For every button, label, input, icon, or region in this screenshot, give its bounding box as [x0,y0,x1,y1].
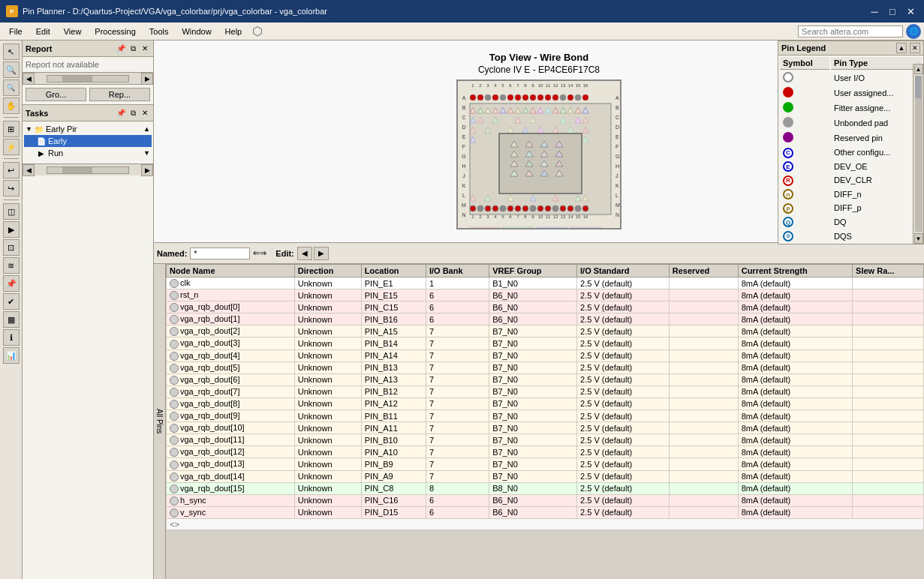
tasks-scroll-thumb[interactable] [62,167,92,173]
table-row[interactable]: vga_rqb_dout[14] Unknown PIN_A9 7 B7_N0 … [167,470,924,482]
col-reserved[interactable]: Reserved [669,265,738,278]
table-row[interactable]: h_sync Unknown PIN_C16 6 B6_N0 2.5 V (de… [167,494,924,506]
table-row[interactable]: vga_rqb_dout[1] Unknown PIN_B16 6 B6_N0 … [167,314,924,326]
legend-scroll-down[interactable]: ▼ [914,233,923,244]
minimize-button[interactable]: ─ [867,4,882,19]
legend-close-btn[interactable]: ✕ [910,43,920,53]
col-vref-group[interactable]: VREF Group [489,265,577,278]
legend-scroll-up[interactable]: ▲ [914,64,923,74]
col-io-standard[interactable]: I/O Standard [577,265,670,278]
toolbar-redo-btn[interactable]: ↪ [3,180,20,196]
table-row[interactable]: vga_rqb_dout[11] Unknown PIN_B10 7 B7_N0… [167,434,924,446]
maximize-button[interactable]: □ [885,4,900,19]
table-row[interactable]: rst_n Unknown PIN_E15 6 B6_N0 2.5 V (def… [167,290,924,302]
legend-scroll-track[interactable] [915,76,922,232]
table-row[interactable]: vga_rqb_dout[10] Unknown PIN_A11 7 B7_N0… [167,422,924,434]
col-node-name[interactable]: Node Name [167,265,295,278]
table-row[interactable]: v_sync Unknown PIN_D15 6 B6_N0 2.5 V (de… [167,506,924,518]
table-row[interactable]: vga_rqb_dout[9] Unknown PIN_B11 7 B7_N0 … [167,410,924,422]
col-location[interactable]: Location [361,265,426,278]
toolbar-zoom-in-btn[interactable]: 🔍 [3,62,20,78]
task-run[interactable]: ▶ Run ▼ [24,147,152,159]
scroll-right-arrow[interactable]: ▶ [141,73,153,85]
toolbar-zoom-out-btn[interactable]: 🔍 [3,80,20,96]
nav-back-btn[interactable]: ◀ [297,247,312,260]
tasks-close-btn[interactable]: ✕ [140,108,150,118]
table-row[interactable]: vga_rqb_dout[6] Unknown PIN_A13 7 B7_N0 … [167,374,924,386]
cell-slew [853,506,924,518]
tasks-scroll-track[interactable] [47,166,129,174]
table-row[interactable]: vga_rqb_dout[0] Unknown PIN_C15 6 B6_N0 … [167,302,924,314]
table-row[interactable]: clk Unknown PIN_E1 1 B1_N0 2.5 V (defaul… [167,278,924,290]
col-current-strength[interactable]: Current Strength [738,265,852,278]
menu-processing[interactable]: Processing [89,23,141,40]
toolbar-layers-btn[interactable]: ◫ [3,203,20,220]
table-row[interactable]: vga_rqb_dout[7] Unknown PIN_B12 7 B7_N0 … [167,386,924,398]
col-io-bank[interactable]: I/O Bank [426,265,489,278]
tasks-scroll-left[interactable]: ◀ [23,164,35,176]
table-row[interactable]: vga_rqb_dout[8] Unknown PIN_A12 7 B7_N0 … [167,398,924,410]
report-scrollbar[interactable]: ◀ ▶ [23,72,153,84]
report-pin-btn[interactable]: 📌 [116,44,126,54]
chip-diagram[interactable]: 123 456 789 101112 13141516 ABC DEF GHJ … [456,80,622,230]
table-row[interactable]: vga_rqb_dout[2] Unknown PIN_A15 7 B7_N0 … [167,326,924,338]
rep-button[interactable]: Rep... [89,88,150,101]
toolbar-assign-btn[interactable]: 📌 [3,275,20,292]
cell-vref: B7_N0 [489,386,577,398]
new-node-cell[interactable]: <> [167,518,924,530]
toolbar-hand-btn[interactable]: ✋ [3,98,20,114]
scroll-thumb[interactable] [62,76,92,82]
tasks-float-btn[interactable]: ⧉ [128,108,138,118]
toolbar-check-btn[interactable]: ✔ [3,293,20,310]
table-row[interactable]: vga_rqb_dout[5] Unknown PIN_B13 7 B7_N0 … [167,362,924,374]
toolbar-cursor-btn[interactable]: ↖ [3,44,20,60]
tasks-pin-btn[interactable]: 📌 [116,108,126,118]
globe-icon[interactable]: 🌐 [906,24,921,39]
table-row[interactable]: vga_rqb_dout[3] Unknown PIN_B14 7 B7_N0 … [167,338,924,350]
named-input[interactable] [190,248,250,260]
cell-direction: Unknown [294,278,361,290]
col-direction[interactable]: Direction [294,265,361,278]
pin-table-wrapper[interactable]: Node Name Direction Location I/O Bank VR… [166,264,924,579]
report-close-btn[interactable]: ✕ [140,44,150,54]
cell-location: PIN_A12 [361,398,426,410]
all-pins-tab[interactable]: All Pins [154,264,166,579]
toolbar-net-btn[interactable]: ⚡ [3,139,20,155]
legend-up-btn[interactable]: ▲ [896,43,907,53]
menu-tools[interactable]: Tools [143,23,175,40]
nav-forward-btn[interactable]: ▶ [314,247,329,260]
tasks-scrollbar[interactable]: ◀ ▶ [23,164,153,176]
menu-window[interactable]: Window [176,23,217,40]
search-input[interactable] [798,26,903,38]
toolbar-grid-btn[interactable]: ⊞ [3,121,20,137]
toolbar-undo-btn[interactable]: ↩ [3,162,20,178]
table-row[interactable]: <> [167,518,924,530]
toolbar-compile-btn[interactable]: ▶ [3,221,20,238]
tasks-scroll-right[interactable]: ▶ [141,164,153,176]
task-early-pir[interactable]: ▼ 📁 Early Pir ▲ [24,123,152,135]
legend-scrollbar[interactable]: ▲ ▼ [913,64,923,244]
menu-view[interactable]: View [58,23,88,40]
cell-reserved [669,278,738,290]
grow-button[interactable]: Gro... [26,88,86,101]
scroll-track[interactable] [47,75,129,82]
table-row[interactable]: vga_rqb_dout[15] Unknown PIN_C8 8 B8_N0 … [167,482,924,494]
toolbar-filter-btn[interactable]: ⊡ [3,239,20,256]
scroll-left-arrow[interactable]: ◀ [23,73,35,85]
task-early[interactable]: 📄 Early [24,135,152,147]
col-slew-rate[interactable]: Slew Ra... [853,265,924,278]
close-button[interactable]: ✕ [903,4,918,19]
table-row[interactable]: vga_rqb_dout[12] Unknown PIN_A10 7 B7_N0… [167,446,924,458]
toolbar-table-btn[interactable]: ▦ [3,311,20,328]
menu-file[interactable]: File [3,23,29,40]
table-row[interactable]: vga_rqb_dout[4] Unknown PIN_A14 7 B7_N0 … [167,350,924,362]
menu-help[interactable]: Help [219,23,248,40]
cell-vref: B7_N0 [489,338,577,350]
toolbar-info-btn[interactable]: ℹ [3,329,20,346]
menu-edit[interactable]: Edit [30,23,56,40]
toolbar-chart-btn[interactable]: 📊 [3,347,20,364]
report-float-btn[interactable]: ⧉ [128,44,138,54]
legend-scroll-thumb[interactable] [915,76,921,98]
toolbar-signal-btn[interactable]: ≋ [3,257,20,274]
table-row[interactable]: vga_rqb_dout[13] Unknown PIN_B9 7 B7_N0 … [167,458,924,470]
